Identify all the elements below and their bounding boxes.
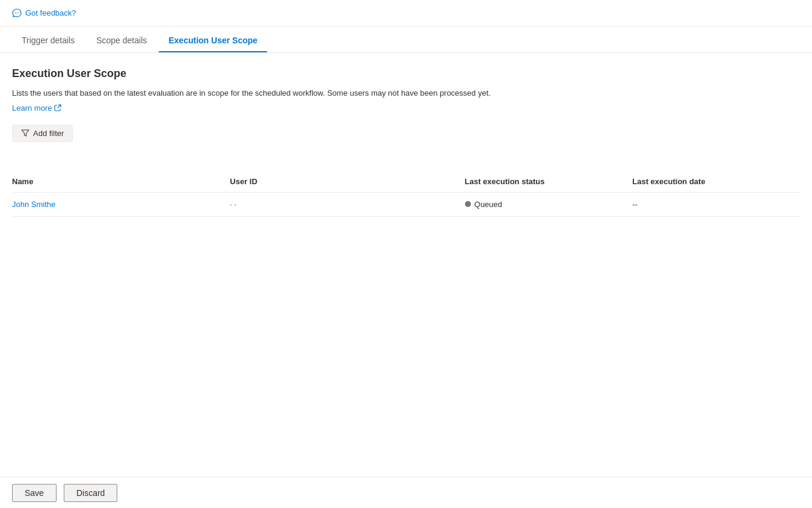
status-cell: Queued <box>465 200 626 209</box>
cell-user-id: · · <box>230 192 464 216</box>
cell-last-execution-status: Queued <box>465 192 633 216</box>
main-content: Execution User Scope Lists the users tha… <box>0 53 812 231</box>
column-header-user-id: User ID <box>230 171 464 193</box>
table-row: John Smithe · · Queued -- <box>12 192 800 216</box>
tab-execution-user-scope[interactable]: Execution User Scope <box>159 29 267 52</box>
tab-scope-details[interactable]: Scope details <box>87 29 156 52</box>
table-header-row: Name User ID Last execution status Last … <box>12 171 800 193</box>
column-header-last-execution-status: Last execution status <box>465 171 633 193</box>
user-name-link[interactable]: John Smithe <box>12 200 55 209</box>
top-bar: Got feedback? <box>0 0 812 26</box>
feedback-icon <box>12 8 22 18</box>
svg-point-0 <box>15 12 16 13</box>
svg-point-2 <box>18 12 19 13</box>
discard-button[interactable]: Discard <box>64 484 117 502</box>
svg-point-1 <box>16 12 17 13</box>
tab-trigger-details[interactable]: Trigger details <box>12 29 84 52</box>
feedback-text: Got feedback? <box>25 8 76 17</box>
tabs-container: Trigger details Scope details Execution … <box>0 26 812 53</box>
description-text: Lists the users that based on the latest… <box>12 87 800 99</box>
external-link-icon <box>54 104 61 111</box>
filter-icon <box>21 129 29 137</box>
add-filter-button[interactable]: Add filter <box>12 125 73 142</box>
column-header-last-execution-date: Last execution date <box>632 171 800 193</box>
column-header-name: Name <box>12 171 230 193</box>
learn-more-link[interactable]: Learn more <box>12 104 61 113</box>
bottom-bar: Save Discard <box>0 477 812 508</box>
status-dot-queued <box>465 201 471 207</box>
cell-name: John Smithe <box>12 192 230 216</box>
data-table: Name User ID Last execution status Last … <box>12 171 800 217</box>
status-label: Queued <box>475 200 502 209</box>
feedback-link[interactable]: Got feedback? <box>12 8 76 18</box>
cell-last-execution-date: -- <box>632 192 800 216</box>
save-button[interactable]: Save <box>12 484 57 502</box>
page-title: Execution User Scope <box>12 67 800 80</box>
